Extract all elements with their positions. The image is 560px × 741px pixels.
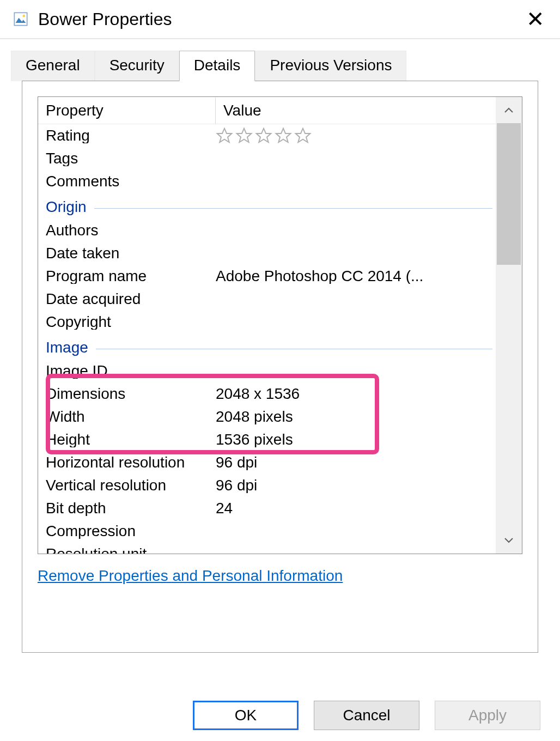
svg-rect-0 bbox=[14, 13, 27, 25]
label-authors: Authors bbox=[38, 223, 216, 238]
label-width: Width bbox=[38, 409, 216, 424]
remove-properties-link[interactable]: Remove Properties and Personal Informati… bbox=[38, 567, 343, 584]
cancel-button[interactable]: Cancel bbox=[314, 701, 419, 730]
svg-marker-7 bbox=[296, 129, 311, 142]
label-dimensions: Dimensions bbox=[38, 386, 216, 402]
row-rating[interactable]: Rating bbox=[38, 124, 496, 147]
value-height: 1536 pixels bbox=[216, 432, 496, 447]
dialog-footer: OK Cancel Apply bbox=[0, 701, 560, 730]
row-resunit[interactable]: Resolution unit bbox=[38, 543, 496, 554]
vertical-scrollbar[interactable] bbox=[496, 97, 522, 554]
row-date-taken[interactable]: Date taken bbox=[38, 242, 496, 265]
row-bitdepth[interactable]: Bit depth 24 bbox=[38, 497, 496, 520]
scroll-down-button[interactable] bbox=[496, 527, 522, 554]
tab-details[interactable]: Details bbox=[179, 51, 255, 81]
label-hres: Horizontal resolution bbox=[38, 455, 216, 470]
chevron-down-icon bbox=[504, 538, 513, 543]
label-image-id: Image ID bbox=[38, 363, 216, 379]
details-panel: Property Value Rating bbox=[22, 81, 538, 653]
value-width: 2048 pixels bbox=[216, 409, 496, 424]
section-image: Image bbox=[38, 333, 496, 360]
svg-marker-3 bbox=[217, 129, 232, 142]
section-origin-label: Origin bbox=[46, 198, 87, 216]
row-image-id[interactable]: Image ID bbox=[38, 360, 496, 382]
label-comments: Comments bbox=[38, 174, 216, 189]
svg-marker-5 bbox=[257, 129, 271, 142]
value-dimensions: 2048 x 1536 bbox=[216, 386, 496, 402]
row-copyright[interactable]: Copyright bbox=[38, 311, 496, 333]
star-icon[interactable] bbox=[216, 127, 233, 144]
chevron-up-icon bbox=[504, 107, 513, 113]
row-compression[interactable]: Compression bbox=[38, 520, 496, 543]
section-image-label: Image bbox=[46, 339, 88, 356]
svg-point-2 bbox=[23, 15, 26, 17]
titlebar: Bower Properties ✕ bbox=[0, 0, 560, 39]
star-icon[interactable] bbox=[294, 127, 312, 144]
row-comments[interactable]: Comments bbox=[38, 170, 496, 193]
row-tags[interactable]: Tags bbox=[38, 147, 496, 170]
scroll-up-button[interactable] bbox=[496, 97, 522, 123]
svg-marker-4 bbox=[237, 129, 252, 142]
label-compression: Compression bbox=[38, 524, 216, 539]
listview-body[interactable]: Rating Tags bbox=[38, 124, 496, 554]
label-program-name: Program name bbox=[38, 269, 216, 284]
label-date-taken: Date taken bbox=[38, 246, 216, 261]
label-copyright: Copyright bbox=[38, 314, 216, 330]
star-icon[interactable] bbox=[255, 127, 272, 144]
remove-properties-link-row: Remove Properties and Personal Informati… bbox=[38, 567, 343, 585]
value-vres: 96 dpi bbox=[216, 478, 496, 493]
value-program-name: Adobe Photoshop CC 2014 (... bbox=[216, 269, 496, 284]
row-program-name[interactable]: Program name Adobe Photoshop CC 2014 (..… bbox=[38, 265, 496, 288]
tab-general[interactable]: General bbox=[11, 51, 95, 81]
label-height: Height bbox=[38, 432, 216, 447]
row-authors[interactable]: Authors bbox=[38, 219, 496, 242]
ok-button[interactable]: OK bbox=[193, 701, 299, 730]
apply-button: Apply bbox=[435, 701, 540, 730]
label-resunit: Resolution unit bbox=[38, 546, 216, 554]
label-date-acquired: Date acquired bbox=[38, 291, 216, 307]
tab-previous-versions[interactable]: Previous Versions bbox=[255, 51, 406, 81]
label-tags: Tags bbox=[38, 151, 216, 166]
tabstrip: General Security Details Previous Versio… bbox=[0, 39, 560, 653]
scroll-track[interactable] bbox=[496, 123, 522, 527]
label-bitdepth: Bit depth bbox=[38, 501, 216, 516]
label-rating: Rating bbox=[38, 128, 216, 143]
value-hres: 96 dpi bbox=[216, 455, 496, 470]
row-dimensions[interactable]: Dimensions 2048 x 1536 bbox=[38, 382, 496, 405]
window-title: Bower Properties bbox=[38, 9, 524, 29]
section-origin: Origin bbox=[38, 193, 496, 219]
row-hres[interactable]: Horizontal resolution 96 dpi bbox=[38, 451, 496, 474]
row-height[interactable]: Height 1536 pixels bbox=[38, 428, 496, 451]
label-vres: Vertical resolution bbox=[38, 478, 216, 493]
row-vres[interactable]: Vertical resolution 96 dpi bbox=[38, 474, 496, 497]
file-image-icon bbox=[13, 11, 28, 27]
row-width[interactable]: Width 2048 pixels bbox=[38, 405, 496, 428]
column-header-property[interactable]: Property bbox=[38, 98, 216, 124]
tab-security[interactable]: Security bbox=[95, 51, 179, 81]
column-header-value[interactable]: Value bbox=[216, 98, 496, 124]
rating-stars[interactable] bbox=[216, 127, 496, 144]
value-bitdepth: 24 bbox=[216, 501, 496, 516]
close-button[interactable]: ✕ bbox=[524, 8, 547, 30]
star-icon[interactable] bbox=[235, 127, 253, 144]
scroll-thumb[interactable] bbox=[497, 123, 521, 265]
properties-listview[interactable]: Property Value Rating bbox=[38, 96, 522, 554]
listview-header: Property Value bbox=[38, 97, 522, 124]
star-icon[interactable] bbox=[275, 127, 292, 144]
svg-marker-6 bbox=[276, 129, 291, 142]
row-date-acquired[interactable]: Date acquired bbox=[38, 288, 496, 311]
